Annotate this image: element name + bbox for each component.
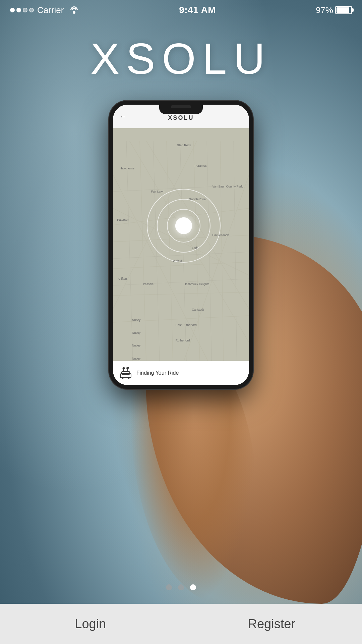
status-time: 9:41 AM <box>179 5 216 15</box>
map-label-clifton: Clifton <box>118 277 127 280</box>
radar-center <box>175 217 192 234</box>
map-label-van-saun: Van Saun County Park <box>212 185 243 188</box>
page-dot-3[interactable] <box>190 584 196 590</box>
wifi-icon <box>69 6 79 14</box>
screen-content: ← XSOLU <box>113 105 249 385</box>
page-dot-1[interactable] <box>166 584 172 590</box>
car-icon-container <box>120 367 132 379</box>
map-label-paramus: Paramus <box>195 164 207 167</box>
map-label-fair-lawn: Fair Lawn <box>151 190 165 193</box>
app-title: XSOLU <box>0 34 362 84</box>
finding-ride-text: Finding Your Ride <box>136 370 179 376</box>
register-button[interactable]: Register <box>181 604 362 644</box>
status-bar: Carrier 9:41 AM 97% <box>0 0 362 20</box>
carrier-label: Carrier <box>37 5 64 15</box>
map-label-paterson: Paterson <box>117 218 129 221</box>
map-label-carlstadt: Carlstadt <box>192 308 204 311</box>
phone-frame: ← XSOLU <box>109 101 253 389</box>
map-label-e-rutherford: East Rutherford <box>176 323 197 327</box>
map-label-glen-rock: Glen Rock <box>177 144 191 147</box>
map-label-rutherford: Rutherford <box>176 339 190 342</box>
status-left: Carrier <box>10 5 79 15</box>
map-label-passaic: Passaic <box>143 282 154 286</box>
svg-point-25 <box>122 377 124 379</box>
bottom-navigation: Login Register <box>0 604 362 644</box>
map-label-nutley-4: Nutley <box>132 357 141 360</box>
finding-ride-card: Finding Your Ride <box>113 361 249 385</box>
car-icon <box>120 367 132 379</box>
page-dot-2[interactable] <box>178 584 184 590</box>
signal-dot-4 <box>29 8 34 12</box>
battery-percent: 97% <box>316 5 333 15</box>
signal-dots <box>10 8 34 12</box>
page-dots <box>0 584 362 590</box>
map-label-hawthorne: Hawthorne <box>120 167 134 170</box>
signal-dot-2 <box>16 8 21 12</box>
phone-screen: ← XSOLU <box>113 105 249 385</box>
battery-fill <box>337 7 349 13</box>
signal-dot-1 <box>10 8 15 12</box>
map-label-hasbrouck: Hasbrouck Heights <box>184 282 209 286</box>
phone-mockup: ← XSOLU <box>109 101 253 389</box>
map-label-nutley-3: Nutley <box>132 344 141 347</box>
svg-point-26 <box>128 377 130 379</box>
map-label-nutley-2: Nutley <box>132 331 141 334</box>
map-label-nutley-1: Nutley <box>132 318 141 322</box>
status-right: 97% <box>316 5 352 15</box>
app-title-container: XSOLU <box>0 34 362 84</box>
phone-speaker <box>171 105 191 108</box>
login-button[interactable]: Login <box>0 604 181 644</box>
svg-rect-30 <box>127 368 129 369</box>
battery-container: 97% <box>316 5 352 15</box>
screen-title: XSOLU <box>168 114 194 121</box>
signal-dot-3 <box>23 8 27 12</box>
battery-icon <box>335 6 352 14</box>
back-button[interactable]: ← <box>120 113 126 120</box>
radar-ring-4 <box>147 189 221 263</box>
map-area: Glen Rock Hawthorne Paramus Fair Lawn Pa… <box>113 128 249 385</box>
